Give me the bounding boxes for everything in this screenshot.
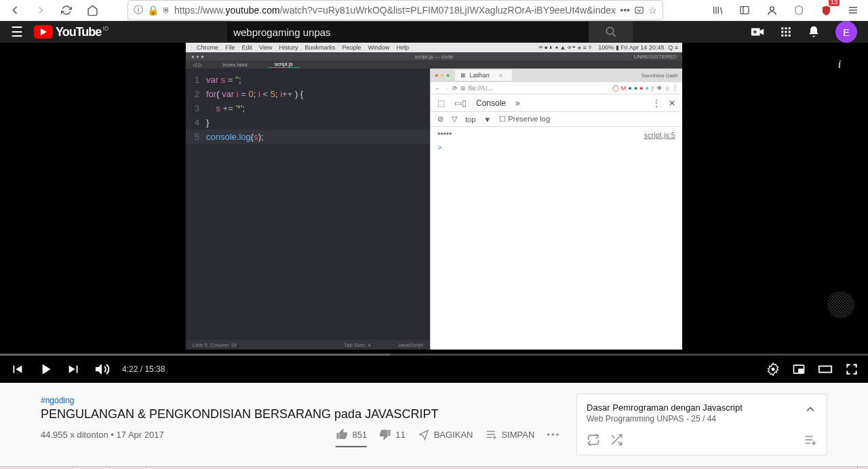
- video-title: PENGULANGAN & PENGKONDISIAN BERSARANG pa…: [41, 407, 560, 421]
- time-display: 4:22 / 15:38: [122, 364, 165, 374]
- svg-point-3: [606, 27, 614, 35]
- sidebar-icon[interactable]: [735, 1, 754, 20]
- svg-rect-7: [789, 27, 791, 29]
- more-actions-button[interactable]: •••: [547, 430, 560, 440]
- show-desktop-button[interactable]: [857, 467, 864, 470]
- svg-rect-8: [781, 31, 783, 33]
- previous-button[interactable]: [9, 362, 24, 377]
- bookmark-icon[interactable]: ☆: [648, 5, 657, 16]
- youtube-logo-icon: [34, 25, 53, 39]
- back-button[interactable]: [5, 1, 24, 20]
- apps-button[interactable]: [780, 26, 792, 38]
- chrome-devtools-panel: ●●● 🗎Latihan× Sandhika Galih ←→⟳ 🗎 file:…: [430, 69, 682, 350]
- editor-status-bar: Line 5, Column 16 Tab Size: 4 JavaScript: [186, 340, 430, 350]
- next-button[interactable]: [66, 362, 81, 377]
- code-editor: 1var s = ''; 2for( var i = 0; i < 5; i++…: [186, 69, 430, 350]
- search-button[interactable]: [589, 21, 633, 43]
- fullscreen-button[interactable]: [845, 362, 859, 376]
- taskbar-firefox[interactable]: [73, 467, 110, 470]
- url-text: https://www.youtube.com/watch?v=uRy81uWr…: [174, 5, 616, 16]
- inspect-icon: ⬚: [437, 98, 445, 108]
- youtube-masthead: ☰ YouTube ID E: [0, 21, 868, 43]
- account-icon[interactable]: [762, 1, 781, 20]
- page-actions-icon[interactable]: •••: [620, 5, 630, 16]
- reload-button[interactable]: [57, 1, 76, 20]
- video-content: ChromeFileEditViewHistoryBookmarksPeople…: [186, 43, 682, 350]
- theater-button[interactable]: [818, 362, 833, 377]
- svg-rect-13: [789, 35, 791, 37]
- svg-rect-16: [799, 369, 803, 372]
- create-button[interactable]: [750, 24, 765, 39]
- svg-rect-10: [789, 31, 791, 33]
- loop-button[interactable]: [587, 433, 600, 447]
- start-button[interactable]: [0, 467, 37, 470]
- search-input[interactable]: [226, 21, 589, 43]
- youtube-country-code: ID: [102, 25, 108, 32]
- playlist-subtitle: Web Programming UNPAS - 25 / 44: [587, 414, 743, 424]
- forward-button[interactable]: [31, 1, 50, 20]
- channel-watermark[interactable]: [827, 291, 854, 318]
- settings-button[interactable]: [766, 362, 780, 376]
- account-avatar[interactable]: E: [835, 21, 857, 43]
- player-controls: 4:22 / 15:38: [0, 356, 868, 383]
- firefox-toolbar: ⓘ 🔒 ⛨ https://www.youtube.com/watch?v=uR…: [0, 0, 868, 21]
- shield-icon[interactable]: [789, 1, 808, 20]
- menu-icon[interactable]: [844, 1, 863, 20]
- url-bar[interactable]: ⓘ 🔒 ⛨ https://www.youtube.com/watch?v=uR…: [127, 0, 663, 20]
- below-player: #ngoding PENGULANGAN & PENGKONDISIAN BER…: [0, 383, 868, 466]
- save-button[interactable]: SIMPAN: [485, 428, 534, 440]
- video-metadata: #ngoding PENGULANGAN & PENGKONDISIAN BER…: [41, 394, 560, 455]
- view-count: 44.955 x ditonton • 17 Apr 2017: [41, 430, 164, 440]
- info-icon[interactable]: ⓘ: [134, 4, 143, 16]
- playlist-panel: Dasar Pemrograman dengan Javascript Web …: [576, 394, 827, 455]
- svg-rect-0: [635, 7, 643, 13]
- windows-taskbar: ▲ EN 🏴 💬 🔊 13:38 18/08/2020: [0, 466, 868, 469]
- hashtag-link[interactable]: #ngoding: [41, 396, 74, 405]
- playlist-save-button[interactable]: [804, 433, 817, 447]
- svg-rect-6: [785, 27, 787, 29]
- device-icon: ▭▯: [454, 98, 467, 108]
- ublock-icon[interactable]: [816, 1, 835, 20]
- guide-button[interactable]: ☰: [11, 24, 23, 40]
- notifications-button[interactable]: [807, 25, 821, 39]
- video-player[interactable]: ChromeFileEditViewHistoryBookmarksPeople…: [0, 43, 868, 354]
- youtube-logo-text: YouTube: [56, 25, 101, 39]
- playlist-collapse-button[interactable]: [804, 402, 817, 424]
- youtube-logo[interactable]: YouTube ID: [34, 25, 108, 39]
- svg-point-2: [770, 6, 774, 10]
- share-button[interactable]: BAGIKAN: [418, 428, 473, 440]
- like-button[interactable]: 851: [336, 428, 367, 447]
- dislike-button[interactable]: 11: [379, 428, 405, 440]
- library-icon[interactable]: [708, 1, 727, 20]
- permission-icon[interactable]: ⛨: [163, 6, 170, 14]
- video-player-container: ChromeFileEditViewHistoryBookmarksPeople…: [0, 43, 868, 383]
- shuffle-button[interactable]: [610, 433, 623, 447]
- svg-rect-1: [741, 7, 749, 14]
- svg-rect-11: [781, 35, 783, 37]
- info-cards-button[interactable]: i: [830, 55, 849, 74]
- taskbar-explorer[interactable]: [37, 467, 73, 470]
- lock-icon: 🔒: [147, 5, 159, 16]
- svg-rect-12: [785, 35, 787, 37]
- pocket-icon[interactable]: [634, 5, 644, 16]
- volume-button[interactable]: [94, 361, 110, 377]
- playlist-title: Dasar Pemrograman dengan Javascript: [587, 402, 743, 413]
- miniplayer-button[interactable]: [792, 362, 806, 376]
- progress-bar[interactable]: [0, 354, 868, 356]
- svg-rect-9: [785, 31, 787, 33]
- editor-file-tabs: ◁ ▷ index.html script.js: [186, 60, 682, 69]
- play-button[interactable]: [37, 360, 54, 378]
- taskbar-whatsapp[interactable]: [110, 467, 146, 470]
- svg-rect-17: [819, 366, 831, 372]
- home-button[interactable]: [83, 1, 102, 20]
- mac-menubar: ChromeFileEditViewHistoryBookmarksPeople…: [186, 43, 682, 52]
- svg-point-14: [772, 368, 775, 371]
- editor-title-bar: ● ● ● script.js — code UNREGISTERED: [186, 52, 682, 60]
- svg-rect-5: [781, 27, 783, 29]
